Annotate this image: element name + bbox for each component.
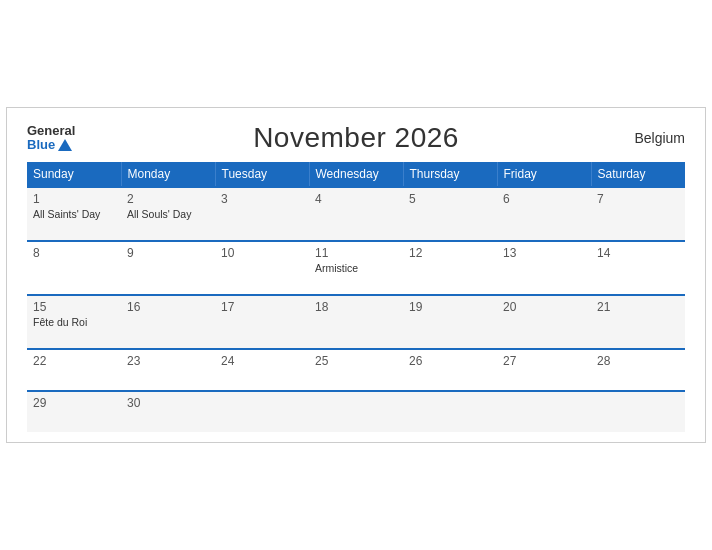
table-row: 9 — [121, 241, 215, 295]
day-number: 18 — [315, 300, 397, 314]
day-number: 15 — [33, 300, 115, 314]
day-number: 25 — [315, 354, 397, 368]
table-row: 28 — [591, 349, 685, 391]
table-row: 29 — [27, 391, 121, 432]
table-row: 16 — [121, 295, 215, 349]
table-row: 2All Souls' Day — [121, 187, 215, 241]
logo-area: General Blue — [27, 124, 75, 153]
event-label: Armistice — [315, 262, 397, 274]
table-row: 17 — [215, 295, 309, 349]
table-row: 18 — [309, 295, 403, 349]
table-row: 26 — [403, 349, 497, 391]
table-row: 20 — [497, 295, 591, 349]
day-number: 6 — [503, 192, 585, 206]
calendar-week-row: 22232425262728 — [27, 349, 685, 391]
table-row: 3 — [215, 187, 309, 241]
day-number: 2 — [127, 192, 209, 206]
day-number: 24 — [221, 354, 303, 368]
day-number: 30 — [127, 396, 209, 410]
day-number: 19 — [409, 300, 491, 314]
col-thursday: Thursday — [403, 162, 497, 187]
table-row: 7 — [591, 187, 685, 241]
day-number: 27 — [503, 354, 585, 368]
col-friday: Friday — [497, 162, 591, 187]
logo-general-text: General — [27, 124, 75, 138]
day-number: 14 — [597, 246, 679, 260]
weekday-header-row: Sunday Monday Tuesday Wednesday Thursday… — [27, 162, 685, 187]
table-row: 12 — [403, 241, 497, 295]
logo-blue-text: Blue — [27, 138, 72, 152]
table-row: 5 — [403, 187, 497, 241]
table-row: 14 — [591, 241, 685, 295]
day-number: 7 — [597, 192, 679, 206]
table-row: 23 — [121, 349, 215, 391]
day-number: 1 — [33, 192, 115, 206]
day-number: 17 — [221, 300, 303, 314]
calendar-week-row: 1All Saints' Day2All Souls' Day34567 — [27, 187, 685, 241]
table-row: 8 — [27, 241, 121, 295]
day-number: 26 — [409, 354, 491, 368]
table-row: 10 — [215, 241, 309, 295]
table-row — [497, 391, 591, 432]
event-label: All Saints' Day — [33, 208, 115, 220]
col-tuesday: Tuesday — [215, 162, 309, 187]
table-row: 27 — [497, 349, 591, 391]
table-row: 13 — [497, 241, 591, 295]
table-row — [309, 391, 403, 432]
table-row: 11Armistice — [309, 241, 403, 295]
table-row: 21 — [591, 295, 685, 349]
calendar-week-row: 15Fête du Roi161718192021 — [27, 295, 685, 349]
calendar-title: November 2026 — [253, 122, 459, 154]
table-row: 4 — [309, 187, 403, 241]
day-number: 13 — [503, 246, 585, 260]
country-label: Belgium — [634, 130, 685, 146]
table-row: 25 — [309, 349, 403, 391]
day-number: 23 — [127, 354, 209, 368]
day-number: 3 — [221, 192, 303, 206]
col-wednesday: Wednesday — [309, 162, 403, 187]
day-number: 21 — [597, 300, 679, 314]
table-row: 6 — [497, 187, 591, 241]
day-number: 22 — [33, 354, 115, 368]
event-label: All Souls' Day — [127, 208, 209, 220]
table-row — [591, 391, 685, 432]
event-label: Fête du Roi — [33, 316, 115, 328]
day-number: 16 — [127, 300, 209, 314]
day-number: 12 — [409, 246, 491, 260]
day-number: 8 — [33, 246, 115, 260]
day-number: 9 — [127, 246, 209, 260]
calendar-table: Sunday Monday Tuesday Wednesday Thursday… — [27, 162, 685, 432]
table-row: 1All Saints' Day — [27, 187, 121, 241]
calendar-week-row: 891011Armistice121314 — [27, 241, 685, 295]
calendar-header: General Blue November 2026 Belgium — [27, 124, 685, 153]
col-sunday: Sunday — [27, 162, 121, 187]
table-row: 30 — [121, 391, 215, 432]
day-number: 4 — [315, 192, 397, 206]
day-number: 10 — [221, 246, 303, 260]
table-row: 15Fête du Roi — [27, 295, 121, 349]
logo-triangle-icon — [58, 139, 72, 151]
col-saturday: Saturday — [591, 162, 685, 187]
table-row: 24 — [215, 349, 309, 391]
col-monday: Monday — [121, 162, 215, 187]
table-row: 22 — [27, 349, 121, 391]
day-number: 28 — [597, 354, 679, 368]
calendar-week-row: 2930 — [27, 391, 685, 432]
day-number: 5 — [409, 192, 491, 206]
table-row — [403, 391, 497, 432]
day-number: 11 — [315, 246, 397, 260]
table-row: 19 — [403, 295, 497, 349]
calendar-container: General Blue November 2026 Belgium Sunda… — [6, 107, 706, 444]
table-row — [215, 391, 309, 432]
day-number: 29 — [33, 396, 115, 410]
day-number: 20 — [503, 300, 585, 314]
